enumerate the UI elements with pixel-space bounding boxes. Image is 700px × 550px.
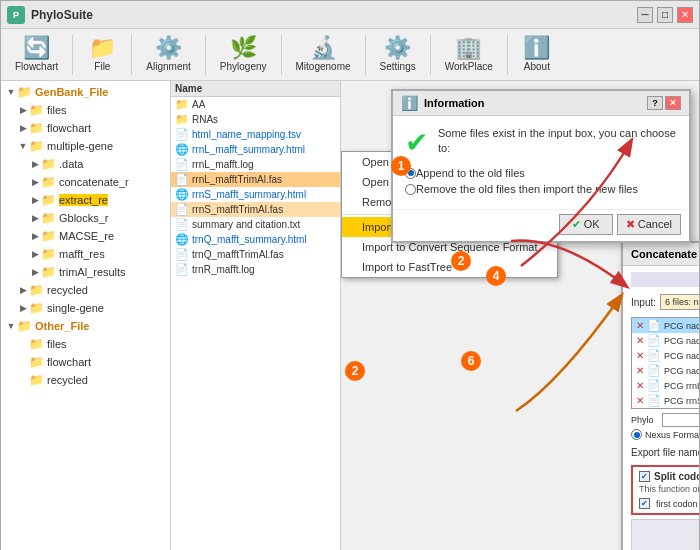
tree-label: recycled <box>47 374 88 386</box>
file-icon: 📄 <box>175 158 189 171</box>
input-field[interactable]: 6 files: nad4L_mafft_NT_removed_chars_gb… <box>660 294 699 310</box>
tree-item-files1[interactable]: ▶ 📁 files <box>13 101 170 119</box>
mid-row-summary[interactable]: 📄 summary and citation.txt <box>171 217 340 232</box>
cancel-button[interactable]: ✖ Cancel <box>617 214 681 235</box>
tree-label: trimAl_results <box>59 266 126 278</box>
toolbar-settings[interactable]: ⚙️ Settings <box>370 33 426 76</box>
tree-item-recycled2[interactable]: 📁 recycled <box>13 371 170 389</box>
mid-row-trnq-fas[interactable]: 📄 trnQ_mafftTrimAl.fas <box>171 247 340 262</box>
toolbar-workplace[interactable]: 🏢 WorkPlace <box>435 33 503 76</box>
mid-label: RNAs <box>192 114 218 125</box>
tree-item-other1[interactable]: ▼ 📁 Other_File <box>1 317 170 335</box>
mid-row-rrnl-fas[interactable]: 📄 rrnL_mafftTrimAl.fas <box>171 172 340 187</box>
tree-item-files2[interactable]: 📁 files <box>13 335 170 353</box>
file-icon: 📄 <box>175 128 189 141</box>
ok-button[interactable]: ✔ OK <box>559 214 613 235</box>
toolbar-flowchart[interactable]: 🔄 Flowchart <box>5 33 68 76</box>
mid-row-rrnl-log[interactable]: 📄 rrnL_mafft.log <box>171 157 340 172</box>
tree-label: concatenate_r <box>59 176 129 188</box>
folder-icon: 📁 <box>29 139 44 153</box>
circle-2b: 2 <box>345 361 365 381</box>
mid-row-trnr-log[interactable]: 📄 trnR_mafft.log <box>171 262 340 277</box>
toolbar-file[interactable]: 📁 File <box>77 33 127 76</box>
file-x-3[interactable]: ✕ <box>636 350 644 361</box>
radio-remove-btn[interactable] <box>405 184 416 195</box>
check-icon: ✔ <box>405 126 428 159</box>
folder-icon: 📁 <box>29 103 44 117</box>
file-row-1[interactable]: ✕ 📄 PCG nad4L_mafft_NT_removed_chars_gb.… <box>632 318 699 333</box>
flowchart-icon: 🔄 <box>23 37 50 59</box>
split-codon-box: ✔ Split codon Mark all files as PCG This… <box>631 465 699 515</box>
tree-item-multigene1[interactable]: ▼ 📁 multiple-gene <box>13 137 170 155</box>
folder-icon: 📁 <box>41 175 56 189</box>
tree-item-genbank1[interactable]: ▼ 📁 GenBank_File <box>1 83 170 101</box>
ok-icon: ✔ <box>572 218 581 230</box>
radio-remove[interactable]: Remove the old files then import the new… <box>405 183 677 195</box>
mitogenome-label: Mitogenome <box>296 61 351 72</box>
toolbar-mitogenome[interactable]: 🔬 Mitogenome <box>286 33 361 76</box>
mid-row-aa[interactable]: 📁 AA <box>171 97 340 112</box>
file-x-1[interactable]: ✕ <box>636 320 644 331</box>
ok-label: OK <box>584 218 600 230</box>
phylo-label: Phylo <box>631 415 654 425</box>
mid-row-rnas[interactable]: 📁 RNAs <box>171 112 340 127</box>
info-help-button[interactable]: ? <box>647 96 663 110</box>
minimize-button[interactable]: ─ <box>637 7 653 23</box>
codon1-checkbox[interactable]: ✔ <box>639 498 650 509</box>
file-icon-5: 📄 <box>647 379 661 392</box>
tree-arrow: ▶ <box>17 105 29 115</box>
split-checkbox[interactable]: ✔ <box>639 471 650 482</box>
maximize-button[interactable]: □ <box>657 7 673 23</box>
radio-append[interactable]: Append to the old files <box>405 167 677 179</box>
mid-row-rrnl-summary[interactable]: 🌐 rrnL_mafft_summary.html <box>171 142 340 157</box>
tree-item-data1[interactable]: ▶ 📁 .data <box>25 155 170 173</box>
file-label: File <box>94 61 110 72</box>
tree-item-mafft1[interactable]: ▶ 📁 mafft_res <box>25 245 170 263</box>
tree-item-flowchart2[interactable]: 📁 flowchart <box>13 353 170 371</box>
file-row-3[interactable]: ✕ 📄 PCG nad5_mafft_NT_removed_chars_gb.f… <box>632 348 699 363</box>
mid-row-rrns-summary[interactable]: 🌐 rrnS_mafft_summary.html <box>171 187 340 202</box>
file-icon-3: 📄 <box>647 349 661 362</box>
tree-item-single1[interactable]: ▶ 📁 single-gene <box>13 299 170 317</box>
file-row-4[interactable]: ✕ 📄 PCG nad6_mafft_NT_removed_chars_gb.f… <box>632 363 699 378</box>
file-x-4[interactable]: ✕ <box>636 365 644 376</box>
radio-remove-label: Remove the old files then import the new… <box>416 183 638 195</box>
tree-item-recycled1[interactable]: ▶ 📁 recycled <box>13 281 170 299</box>
toolbar-alignment[interactable]: ⚙️ Alignment <box>136 33 200 76</box>
concat-dialog: Concatenate Sequence ─ □ ✕ Input Input: … <box>621 241 699 550</box>
codon1-label: first codon site <box>656 499 699 509</box>
tree-arrow: ▶ <box>29 249 41 259</box>
file-list: ✕ 📄 PCG nad4L_mafft_NT_removed_chars_gb.… <box>631 317 699 409</box>
nexus-seq-option[interactable]: Nexus Format (sequential) <box>631 429 699 440</box>
toolbar-sep-5 <box>365 35 366 75</box>
phylo-input[interactable] <box>662 413 699 427</box>
file-x-5[interactable]: ✕ <box>636 380 644 391</box>
folder-icon: 📁 <box>175 113 189 126</box>
mid-row-rrns-fas[interactable]: 📄 rrnS_mafftTrimAl.fas <box>171 202 340 217</box>
tree-item-trimal1[interactable]: ▶ 📁 trimAl_results <box>25 263 170 281</box>
file-x-6[interactable]: ✕ <box>636 395 644 406</box>
file-icon: 📄 <box>175 173 189 186</box>
cancel-label: Cancel <box>638 218 672 230</box>
ctx-import-fasttree[interactable]: Import to FastTree <box>342 257 557 277</box>
info-close-button[interactable]: ✕ <box>665 96 681 110</box>
nexus-seq-radio[interactable] <box>631 429 642 440</box>
info-icon: ℹ️ <box>401 95 418 111</box>
run-section: Run ▶ Start ⬇ ✕ Stop <box>631 519 699 550</box>
file-row-2[interactable]: ✕ 📄 PCG nad4_mafft_NT_removed_chars_gb.f… <box>632 333 699 348</box>
toolbar-phylogeny[interactable]: 🌿 Phylogeny <box>210 33 277 76</box>
file-x-2[interactable]: ✕ <box>636 335 644 346</box>
file-row-6[interactable]: ✕ 📄 PCG rrnS_mafft_trimAl.fas <box>632 393 699 408</box>
file-row-5[interactable]: ✕ 📄 PCG rrnL_mafft_trimAl.fas <box>632 378 699 393</box>
mid-label: html_name_mapping.tsv <box>192 129 301 140</box>
close-button[interactable]: ✕ <box>677 7 693 23</box>
mid-row-trnq-summary[interactable]: 🌐 trnQ_mafft_summary.html <box>171 232 340 247</box>
tree-item-flowchart1[interactable]: ▶ 📁 flowchart <box>13 119 170 137</box>
tree-item-extract1[interactable]: ▶ 📁 extract_re <box>25 191 170 209</box>
tree-item-macse1[interactable]: ▶ 📁 MACSE_re <box>25 227 170 245</box>
mid-row-html-mapping[interactable]: 📄 html_name_mapping.tsv <box>171 127 340 142</box>
tree-item-concat1[interactable]: ▶ 📁 concatenate_r <box>25 173 170 191</box>
info-content-row: ✔ Some files exist in the input box, you… <box>405 126 677 159</box>
toolbar-about[interactable]: ℹ️ About <box>512 33 562 76</box>
tree-item-gblocks1[interactable]: ▶ 📁 Gblocks_r <box>25 209 170 227</box>
